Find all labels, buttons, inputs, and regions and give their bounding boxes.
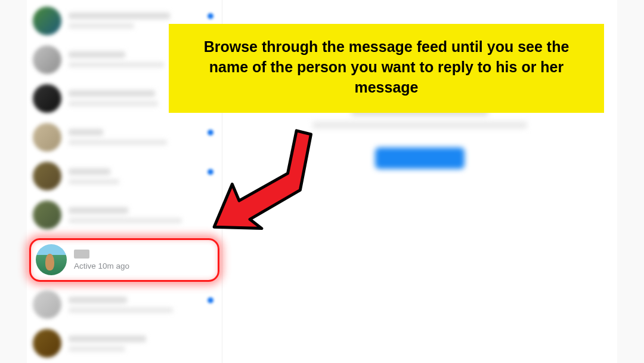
chat-preview <box>69 346 125 352</box>
chat-preview <box>69 23 134 29</box>
chat-preview <box>69 62 164 67</box>
chat-name <box>69 129 103 136</box>
chat-preview <box>69 140 167 145</box>
avatar <box>33 290 61 319</box>
avatar <box>33 45 61 74</box>
chat-name-redacted <box>74 250 89 259</box>
avatar <box>33 123 61 152</box>
chat-name <box>69 51 125 58</box>
avatar <box>33 329 61 358</box>
primary-action-button[interactable] <box>375 147 465 169</box>
chat-name <box>69 336 146 342</box>
chat-preview <box>69 218 182 223</box>
chat-list-item[interactable] <box>27 324 222 363</box>
unread-indicator-icon <box>208 297 213 303</box>
instruction-callout: Browse through the message feed until yo… <box>169 24 604 113</box>
chat-name <box>69 90 155 97</box>
chat-preview <box>69 179 119 184</box>
chat-preview <box>69 101 158 106</box>
empty-state-subtitle <box>312 122 527 128</box>
chat-name <box>69 168 110 175</box>
chat-list-item[interactable] <box>27 157 222 196</box>
chat-preview <box>69 307 173 313</box>
chat-list-item[interactable] <box>27 196 222 235</box>
chat-name <box>69 13 170 19</box>
chat-list-item[interactable] <box>27 285 222 324</box>
avatar <box>33 84 61 113</box>
chat-name <box>69 207 128 214</box>
chat-name <box>69 297 127 303</box>
chat-active-status: Active 10m ago <box>74 262 213 270</box>
chat-list-item-highlighted[interactable]: Active 10m ago <box>29 238 219 282</box>
avatar <box>36 244 67 275</box>
avatar <box>33 201 61 229</box>
avatar <box>33 7 61 35</box>
chat-list-item[interactable] <box>27 118 222 156</box>
avatar <box>33 162 61 190</box>
unread-indicator-icon <box>208 13 213 19</box>
